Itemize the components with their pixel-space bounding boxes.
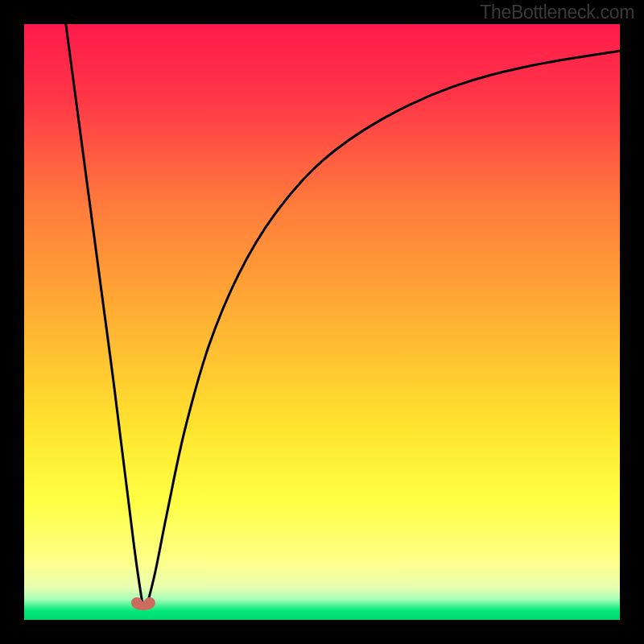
chart-container: TheBottleneck.com	[0, 0, 644, 644]
curve-left-branch	[66, 24, 143, 608]
watermark-text[interactable]: TheBottleneck.com	[480, 2, 634, 23]
minimum-marker-icon	[130, 594, 157, 612]
curve-right-branch	[147, 51, 620, 608]
plot-area	[24, 24, 620, 620]
curve-overlay	[24, 24, 620, 620]
